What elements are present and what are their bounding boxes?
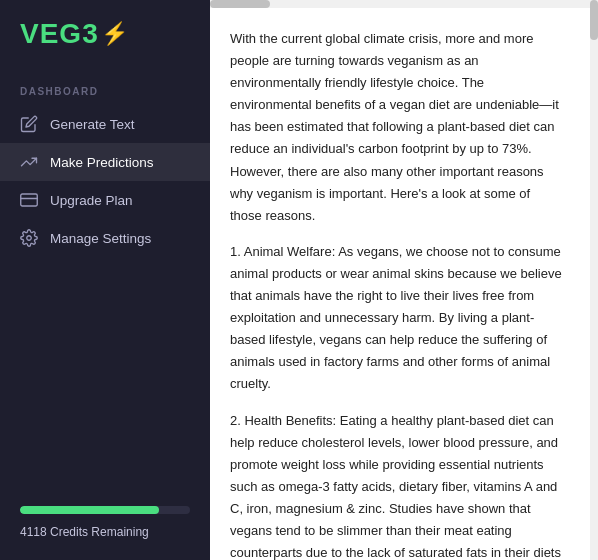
vertical-scrollbar-track[interactable] xyxy=(590,0,598,560)
horizontal-scrollbar[interactable] xyxy=(210,0,590,8)
sidebar-nav: Generate Text Make Predictions Upgrade P… xyxy=(0,105,210,257)
article-paragraph-3: 2. Health Benefits: Eating a healthy pla… xyxy=(230,410,562,561)
sidebar-item-label-make-predictions: Make Predictions xyxy=(50,155,154,170)
sidebar: VEG3 ⚡ DASHBOARD Generate Text Make Pred xyxy=(0,0,210,560)
logo-area: VEG3 ⚡ xyxy=(0,0,210,70)
article-paragraph-2: 1. Animal Welfare: As vegans, we choose … xyxy=(230,241,562,396)
credits-remaining-label: 4118 Credits Remaining xyxy=(20,525,149,539)
svg-point-2 xyxy=(27,236,32,241)
sidebar-item-upgrade-plan[interactable]: Upgrade Plan xyxy=(0,181,210,219)
logo-icon: ⚡ xyxy=(101,21,128,47)
sidebar-item-label-upgrade-plan: Upgrade Plan xyxy=(50,193,133,208)
sidebar-bottom: 4118 Credits Remaining xyxy=(0,486,210,560)
main-content: With the current global climate crisis, … xyxy=(210,0,598,560)
sidebar-item-make-predictions[interactable]: Make Predictions xyxy=(0,143,210,181)
card-icon xyxy=(20,191,38,209)
sidebar-item-manage-settings[interactable]: Manage Settings xyxy=(0,219,210,257)
horizontal-scrollbar-thumb[interactable] xyxy=(210,0,270,8)
trending-icon xyxy=(20,153,38,171)
logo-text: VEG3 xyxy=(20,18,99,50)
article-paragraph-1: With the current global climate crisis, … xyxy=(230,28,562,227)
article-body: With the current global climate crisis, … xyxy=(230,28,562,560)
credits-progress-fill xyxy=(20,506,159,514)
sidebar-item-generate-text[interactable]: Generate Text xyxy=(0,105,210,143)
svg-rect-0 xyxy=(21,194,38,206)
sidebar-item-label-manage-settings: Manage Settings xyxy=(50,231,151,246)
credits-progress-bar xyxy=(20,506,190,514)
sidebar-item-label-generate-text: Generate Text xyxy=(50,117,135,132)
nav-section-label: DASHBOARD xyxy=(0,70,210,105)
article-scroll-area[interactable]: With the current global climate crisis, … xyxy=(210,8,590,560)
edit-icon xyxy=(20,115,38,133)
vertical-scrollbar-thumb[interactable] xyxy=(590,0,598,40)
gear-icon xyxy=(20,229,38,247)
